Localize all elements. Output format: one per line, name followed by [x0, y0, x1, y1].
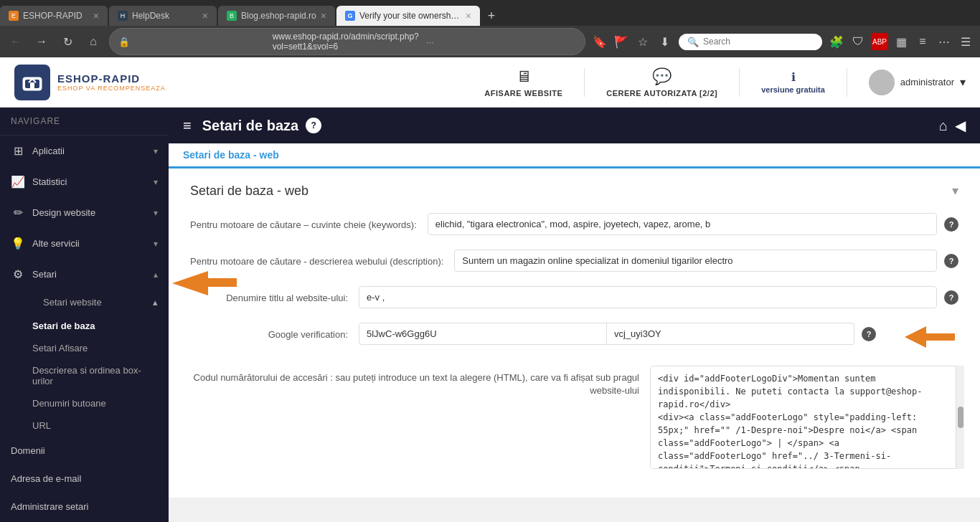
url-label: URL [32, 420, 51, 431]
star-icon[interactable]: ☆ [634, 33, 651, 50]
browser-search-input[interactable] [703, 37, 811, 47]
google-input-1[interactable] [359, 323, 607, 345]
forward-button[interactable]: → [32, 32, 52, 52]
sidebar-sub-url[interactable]: URL [32, 414, 169, 437]
browser-search-area[interactable]: 🔍 [679, 34, 822, 50]
google-help-icon[interactable]: ? [862, 327, 876, 341]
svg-rect-2 [30, 82, 34, 88]
title-row: Denumire titlu al website-ului: ? [190, 286, 958, 308]
title-help-icon[interactable]: ? [944, 290, 958, 305]
sidebar-item-aplicatii[interactable]: ⊞ Aplicatii ▾ [0, 136, 169, 166]
keywords-input[interactable] [428, 213, 937, 235]
app-body: Navigare ⊞ Aplicatii ▾ 📈 Statistici ▾ ✏ … [0, 108, 980, 522]
nav-divider [584, 68, 585, 97]
afisare-website-button[interactable]: 🖥 AFISARE WEBSITE [484, 67, 562, 98]
google-orange-arrow [901, 323, 958, 351]
page-home-icon[interactable]: ⌂ [939, 118, 948, 134]
user-menu[interactable]: administrator ▾ [869, 70, 966, 95]
sidebar-item-setari[interactable]: ⚙ Setari ▴ [0, 259, 169, 290]
reload-button[interactable]: ↻ [57, 32, 77, 52]
sidebar-item-domenii[interactable]: Domenii [0, 437, 169, 465]
address-bar[interactable]: 🔒 www.eshop-rapid.ro/admin/script.php?vo… [109, 28, 585, 55]
sidebar-item-alte-servicii[interactable]: 💡 Alte servicii ▾ [0, 228, 169, 259]
flag-icon[interactable]: 🚩 [613, 33, 630, 50]
sidebar-domenii-label: Domenii [11, 445, 158, 456]
overflow-icon[interactable]: ⋯ [936, 33, 953, 50]
page-tab-label: Setari de baza - web [183, 149, 279, 161]
page-collapse-icon[interactable]: ◀ [955, 117, 966, 134]
page-title-help-icon[interactable]: ? [306, 118, 321, 133]
logo-subtitle: ESHOP VA RECOMPENSEAZA [57, 85, 166, 92]
svg-marker-3 [905, 326, 955, 348]
header-nav: 🖥 AFISARE WEBSITE 💬 Cerere autorizata [2… [484, 67, 966, 98]
browser-window: E ESHOP-RAPID × H HelpDesk × B Blog.esho… [0, 0, 980, 57]
download-icon[interactable]: ⬇ [656, 33, 673, 50]
counter-textarea[interactable]: <div id="addFooterLogoDiv">Momentan sunt… [650, 366, 958, 469]
sidebar-item-administrare[interactable]: Administrare setari [0, 493, 169, 521]
keywords-input-area: ? [428, 213, 958, 235]
description-input-area: ? [454, 250, 958, 272]
shield-icon[interactable]: 🛡 [849, 33, 867, 50]
extensions-icon[interactable]: 🧩 [828, 33, 845, 50]
adblock-icon[interactable]: ABP [871, 33, 888, 50]
tab-3-close[interactable]: × [321, 10, 326, 22]
sidebar-toggle-icon[interactable]: ▦ [892, 33, 910, 50]
aplicatii-icon: ⊞ [11, 144, 25, 158]
setari-de-baza-label: Setari de baza [32, 321, 95, 331]
sidebar-statistici-label: Statistici [32, 176, 146, 187]
bookmark-icon[interactable]: 🔖 [591, 33, 608, 50]
home-button[interactable]: ⌂ [83, 32, 103, 52]
tab-1-close[interactable]: × [93, 10, 99, 22]
setari-website-header[interactable]: Setari website ▴ [32, 290, 169, 315]
logo-area: ESHOP-RAPID ESHOP VA RECOMPENSEAZA [14, 65, 166, 100]
setari-chevron-icon: ▴ [154, 270, 158, 280]
tab-4-close[interactable]: × [466, 10, 471, 22]
logo-title: ESHOP-RAPID [57, 72, 166, 85]
page-tab-setari-de-baza[interactable]: Setari de baza - web [169, 143, 293, 169]
sidebar-item-statistici[interactable]: 📈 Statistici ▾ [0, 166, 169, 197]
google-input-2[interactable] [607, 323, 854, 345]
keywords-help-icon[interactable]: ? [944, 217, 958, 232]
info-icon: ℹ [791, 70, 796, 84]
hamburger-icon[interactable]: ≡ [183, 118, 192, 134]
alte-servicii-chevron-icon: ▾ [154, 239, 158, 249]
description-help-icon[interactable]: ? [944, 254, 958, 268]
description-label: Pentru motoare de căutare - descrierea w… [190, 250, 443, 268]
sidebar-item-design[interactable]: ✏ Design website ▾ [0, 197, 169, 228]
reader-icon[interactable]: ≡ [914, 33, 931, 50]
tab-2-close[interactable]: × [202, 10, 208, 22]
counter-row: Codul numărătorului de accesări : sau pu… [190, 366, 958, 469]
sidebar-item-adresa-email[interactable]: Adresa de e-mail [0, 465, 169, 493]
tab-2[interactable]: H HelpDesk × [109, 6, 217, 26]
menu-icon[interactable]: ☰ [957, 33, 974, 50]
section-header: Setari de baza - web ▾ [190, 183, 958, 199]
browser-toolbar: ← → ↻ ⌂ 🔒 www.eshop-rapid.ro/admin/scrip… [0, 26, 980, 57]
sidebar-administrare-label: Administrare setari [11, 501, 158, 512]
sidebar-sub-denumiri-butoane[interactable]: Denumiri butoane [32, 392, 169, 414]
content-area: Setari de baza - web ▾ Pentru motoare de… [169, 169, 980, 498]
sidebar-sub-setari-de-baza[interactable]: Setari de baza [32, 315, 169, 337]
cerere-autorizata-label: Cerere autorizata [2/2] [606, 89, 717, 98]
title-input[interactable] [359, 286, 937, 308]
tab-1[interactable]: E ESHOP-RAPID × [0, 6, 108, 26]
user-chevron-icon: ▾ [960, 75, 966, 89]
descrierea-label: Descrierea si ordinea box-urilor [32, 365, 141, 386]
afisare-website-label: AFISARE WEBSITE [484, 89, 562, 98]
tab-1-favicon: E [9, 11, 19, 21]
description-input[interactable] [454, 250, 937, 272]
version-area: ℹ versiune gratuita [761, 70, 825, 94]
tab-4-title: Verify your site ownership - Se... [359, 11, 461, 21]
sidebar-sub-setari-afisare[interactable]: Setari Afisare [32, 337, 169, 359]
tab-3-favicon: B [227, 11, 237, 21]
sidebar-sub-descrierea[interactable]: Descrierea si ordinea box-urilor [32, 359, 169, 392]
title-label: Denumire titlu al website-ului: [190, 286, 348, 305]
sidebar-setari-label: Setari [32, 269, 146, 280]
back-button[interactable]: ← [6, 32, 26, 52]
section-dropdown-icon[interactable]: ▾ [952, 183, 958, 199]
tab-4[interactable]: G Verify your site ownership - Se... × [336, 6, 480, 26]
google-label: Google verification: [190, 323, 348, 341]
logo-text: ESHOP-RAPID ESHOP VA RECOMPENSEAZA [57, 72, 166, 92]
new-tab-button[interactable]: + [481, 6, 501, 26]
cerere-autorizata-button[interactable]: 💬 Cerere autorizata [2/2] [606, 67, 717, 98]
tab-3[interactable]: B Blog.eshop-rapid.ro × [218, 6, 335, 26]
